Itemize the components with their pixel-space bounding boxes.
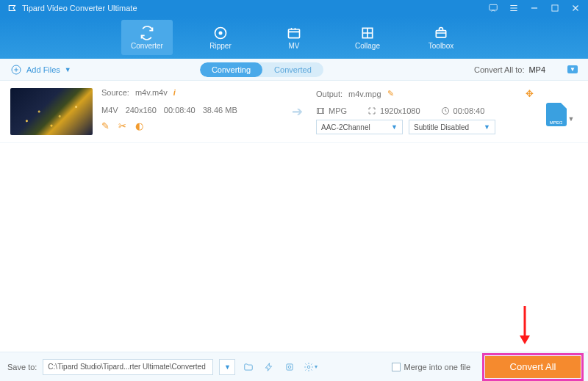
svg-rect-8: [318, 109, 324, 114]
add-files-label: Add Files: [26, 65, 60, 74]
svg-rect-1: [552, 5, 558, 11]
open-folder-button[interactable]: [241, 360, 256, 374]
output-duration: 00:08:40: [453, 106, 485, 115]
maximize-icon[interactable]: [550, 3, 560, 13]
svg-rect-0: [490, 4, 498, 10]
output-format: MPEG ▼: [542, 88, 578, 135]
tab-label: MV: [289, 42, 300, 50]
svg-point-3: [219, 32, 221, 34]
minimize-icon[interactable]: [529, 3, 539, 13]
source-column: Source: m4v.m4v i M4V 240x160 00:08:40 3…: [101, 88, 278, 135]
subtitle-select-value: Subtitle Disabled: [414, 123, 469, 131]
tab-label: Toolbox: [429, 42, 453, 50]
chevron-down-icon: ▼: [567, 65, 578, 73]
chevron-down-icon[interactable]: ▼: [568, 115, 575, 123]
format-badge[interactable]: MPEG: [546, 103, 567, 126]
app-logo-icon: [7, 3, 18, 13]
chevron-down-icon: ▼: [484, 123, 490, 131]
convert-all-button[interactable]: Convert All: [485, 356, 581, 378]
arrow-icon: ➔: [287, 88, 307, 135]
plus-circle-icon: [10, 64, 22, 76]
feedback-icon[interactable]: [488, 3, 498, 13]
subtabs: Converting Converted: [200, 62, 323, 77]
video-thumbnail[interactable]: [10, 88, 93, 135]
output-resolution: 1920x1080: [380, 106, 420, 115]
source-label: Source:: [101, 88, 129, 97]
save-path-input[interactable]: [43, 359, 213, 375]
audio-select-value: AAC-2Channel: [321, 123, 370, 131]
save-path-dropdown[interactable]: ▼: [219, 359, 235, 375]
merge-label: Merge into one file: [404, 363, 471, 371]
chevron-down-icon: ▼: [391, 123, 398, 131]
convert-all-label: Convert All: [510, 361, 556, 372]
edit-icon[interactable]: ✎: [101, 120, 110, 131]
info-icon[interactable]: i: [173, 88, 176, 97]
convert-all-to-value: MP4: [528, 65, 545, 74]
file-row: Source: m4v.m4v i M4V 240x160 00:08:40 3…: [0, 81, 588, 143]
svg-rect-4: [289, 29, 300, 38]
tab-label: Ripper: [209, 42, 231, 50]
svg-point-13: [289, 366, 292, 369]
move-icon[interactable]: ✥: [526, 88, 534, 99]
app-title: Tipard Video Converter Ultimate: [22, 4, 137, 12]
tab-toolbox[interactable]: Toolbox: [415, 20, 467, 55]
annotation-arrow: [517, 305, 532, 346]
output-filename: m4v.mpg: [348, 90, 381, 98]
chevron-down-icon: ▼: [65, 66, 71, 73]
convert-all-to: Convert All to: MP4 ▼: [474, 65, 578, 74]
speed-button[interactable]: [262, 360, 276, 374]
subtitle-select[interactable]: Subtitle Disabled▼: [409, 120, 495, 134]
settings-button[interactable]: ▾: [303, 360, 318, 374]
save-to-label: Save to:: [7, 363, 37, 371]
convert-all-to-select[interactable]: MP4 ▼: [528, 65, 578, 74]
tab-ripper[interactable]: Ripper: [195, 20, 246, 55]
merge-checkbox[interactable]: Merge into one file: [392, 363, 471, 371]
source-filename: m4v.m4v: [135, 88, 168, 97]
tab-label: Collage: [355, 42, 380, 50]
converter-icon: [140, 26, 154, 40]
tab-label: Converter: [131, 42, 163, 50]
toolbar: Add Files ▼ Converting Converted Convert…: [0, 59, 588, 81]
clock-icon: [441, 106, 450, 115]
svg-marker-11: [520, 335, 530, 344]
bottom-bar: Save to: ▼ ▾ Merge into one file Convert…: [0, 352, 588, 381]
output-label: Output:: [316, 90, 343, 98]
audio-track-select[interactable]: AAC-2Channel▼: [316, 120, 403, 134]
gpu-button[interactable]: [282, 360, 297, 374]
convert-all-to-label: Convert All to:: [474, 65, 524, 74]
main-tabs: Converter Ripper MV Collage Toolbox: [0, 16, 588, 59]
format-badge-label: MPEG: [546, 120, 567, 125]
cut-icon[interactable]: ✂: [118, 120, 126, 131]
output-container: MPG: [329, 106, 347, 115]
tab-converter[interactable]: Converter: [121, 20, 173, 55]
source-resolution: 240x160: [126, 106, 157, 115]
source-size: 38.46 MB: [203, 106, 237, 115]
close-icon[interactable]: [570, 3, 581, 13]
video-format-icon: [316, 106, 325, 115]
ripper-icon: [213, 26, 228, 40]
rename-icon[interactable]: ✎: [387, 89, 394, 98]
add-files-button[interactable]: Add Files ▼: [10, 64, 71, 76]
toolbox-icon: [434, 26, 448, 40]
source-duration: 00:08:40: [164, 106, 196, 115]
enhance-icon[interactable]: ◐: [135, 120, 143, 131]
file-list: Source: m4v.m4v i M4V 240x160 00:08:40 3…: [0, 81, 588, 143]
menu-icon[interactable]: [509, 3, 519, 13]
output-column: Output: m4v.mpg ✎ ✥ MPG 1920x1080 00:08:…: [316, 88, 534, 135]
tab-mv[interactable]: MV: [268, 20, 320, 55]
resolution-icon: [368, 106, 376, 115]
subtab-converted[interactable]: Converted: [262, 62, 323, 77]
source-container: M4V: [101, 106, 118, 115]
checkbox-icon: [392, 363, 401, 371]
collage-icon: [360, 26, 375, 40]
titlebar: Tipard Video Converter Ultimate: [0, 0, 588, 16]
svg-rect-6: [436, 30, 445, 37]
svg-rect-12: [287, 363, 293, 369]
subtab-converting[interactable]: Converting: [200, 62, 262, 77]
mv-icon: [287, 26, 301, 40]
svg-point-14: [307, 366, 310, 369]
tab-collage[interactable]: Collage: [342, 20, 393, 55]
